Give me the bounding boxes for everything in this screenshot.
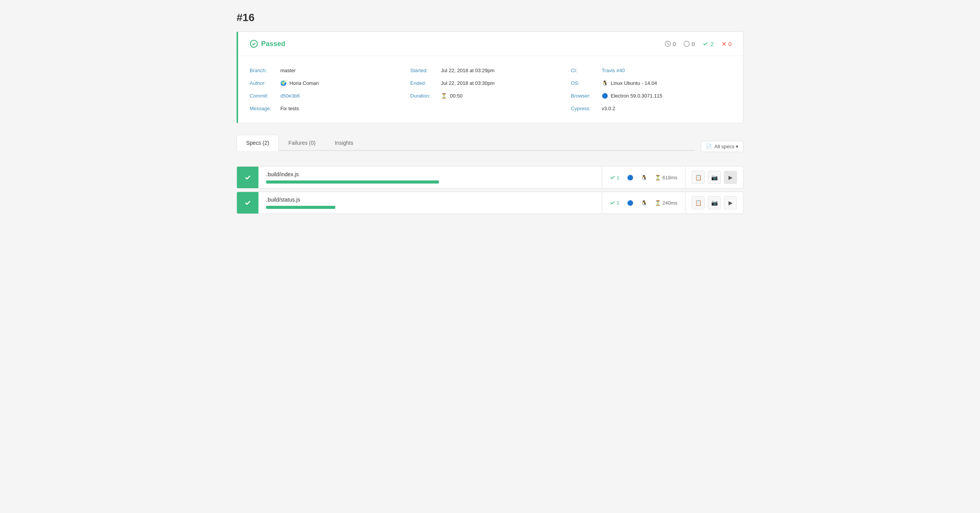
tab-specs[interactable]: Specs (2) xyxy=(237,135,279,151)
failed-count: 0 xyxy=(728,41,732,47)
ended-value: Jul 22, 2018 at 03:30pm xyxy=(441,80,495,86)
x-icon: ✕ xyxy=(722,40,727,48)
shield-icon-0: 🔵 xyxy=(627,175,633,180)
message-value: Fix tests xyxy=(280,106,299,111)
check-icon-1 xyxy=(244,199,252,207)
tab-insights[interactable]: Insights xyxy=(325,135,363,151)
info-right: CI: Travis #40 OS: 🐧 Linux Ubuntu - 14.0… xyxy=(571,68,732,111)
spec-screenshot-btn-0[interactable]: 📷 xyxy=(708,171,721,184)
browser-label: Browser: xyxy=(571,93,598,99)
ci-row: CI: Travis #40 xyxy=(571,68,732,73)
cypress-label: Cypress: xyxy=(571,106,598,111)
branch-label: Branch: xyxy=(250,68,276,73)
spec-doc-btn-1[interactable]: 📋 xyxy=(692,196,705,209)
info-left: Branch: master Author: 🌍 Horia Coman Com… xyxy=(250,68,410,111)
author-row: Author: 🌍 Horia Coman xyxy=(250,80,410,86)
spec-content-0: .build/index.js xyxy=(258,167,602,188)
svg-point-0 xyxy=(250,40,257,47)
file-icon: 📄 xyxy=(706,144,712,149)
duration-label: Duration: xyxy=(410,93,437,99)
shield-icon-1: 🔵 xyxy=(627,200,633,206)
os-row: OS: 🐧 Linux Ubuntu - 14.04 xyxy=(571,80,732,86)
spec-passed-count-1: 1 xyxy=(610,200,619,206)
spec-meta-0: 1 🔵 🐧 ⏳ 618ms xyxy=(602,175,685,180)
penguin-icon-1: 🐧 xyxy=(641,200,647,206)
spec-screenshot-btn-1[interactable]: 📷 xyxy=(708,196,721,209)
skipped-icon xyxy=(665,41,671,47)
check-icon-0 xyxy=(244,174,252,181)
spec-video-btn-0[interactable]: ▶ xyxy=(724,171,737,184)
spec-video-btn-1[interactable]: ▶ xyxy=(724,196,737,209)
commit-value[interactable]: d50e3b6 xyxy=(280,93,300,99)
spec-row-1: .build/status.js 1 🔵 🐧 ⏳ xyxy=(237,192,743,214)
pending-count: 0 xyxy=(692,41,695,47)
spec-bar-wrap-1 xyxy=(266,206,497,209)
author-value: 🌍 Horia Coman xyxy=(280,80,319,86)
spec-actions-0: 📋 📷 ▶ xyxy=(685,171,743,184)
branch-row: Branch: master xyxy=(250,68,410,73)
pass-icon-1 xyxy=(610,200,615,205)
spec-os-icon-1: 🐧 xyxy=(641,200,647,206)
penguin-icon-0: 🐧 xyxy=(641,175,647,180)
tabs-bar: Specs (2) Failures (0) Insights xyxy=(237,135,695,151)
spec-row-0: .build/index.js 1 🔵 🐧 ⏳ xyxy=(237,166,743,189)
spec-meta-1: 1 🔵 🐧 ⏳ 240ms xyxy=(602,200,685,206)
build-number: #16 xyxy=(237,12,743,24)
pass-icon xyxy=(702,41,709,47)
spec-duration-1: ⏳ 240ms xyxy=(655,200,677,206)
stat-passed: 2 xyxy=(702,41,713,47)
passed-count: 2 xyxy=(710,41,713,47)
svg-point-3 xyxy=(684,41,689,46)
spec-browser-icon-1: 🔵 xyxy=(627,200,633,206)
hourglass-icon-0: ⏳ xyxy=(655,175,661,180)
stats-row: 0 0 2 ✕ 0 xyxy=(665,40,732,48)
spec-duration-0: ⏳ 618ms xyxy=(655,175,677,180)
spec-check-0 xyxy=(237,167,258,188)
spec-duration-text-0: 618ms xyxy=(662,175,677,180)
spec-name-1: .build/status.js xyxy=(266,197,594,203)
all-specs-button[interactable]: 📄 All specs ▾ xyxy=(701,141,743,152)
passed-check-icon xyxy=(250,40,258,48)
ci-label: CI: xyxy=(571,68,598,73)
duration-text: 00:50 xyxy=(450,93,463,99)
tab-failures[interactable]: Failures (0) xyxy=(279,135,325,151)
started-value: Jul 22, 2018 at 03:29pm xyxy=(441,68,495,73)
stat-failed: ✕ 0 xyxy=(722,40,732,48)
spec-bar-0 xyxy=(266,180,439,184)
spec-passed-count-0: 1 xyxy=(610,175,619,180)
spec-os-icon-0: 🐧 xyxy=(641,175,647,180)
pass-icon-0 xyxy=(610,175,615,180)
specs-list: .build/index.js 1 🔵 🐧 ⏳ xyxy=(237,166,743,214)
browser-row: Browser: 🔵 Electron 59.0.3071.115 xyxy=(571,93,732,99)
os-value: 🐧 Linux Ubuntu - 14.04 xyxy=(602,80,657,86)
ended-label: Ended: xyxy=(410,80,437,86)
browser-value: 🔵 Electron 59.0.3071.115 xyxy=(602,93,662,99)
cypress-row: Cypress: v3.0.2 xyxy=(571,106,732,111)
spec-actions-1: 📋 📷 ▶ xyxy=(685,196,743,209)
spec-name-0: .build/index.js xyxy=(266,171,594,177)
duration-value: ⏳ 00:50 xyxy=(441,93,462,99)
spec-content-1: .build/status.js xyxy=(258,192,602,213)
passed-label: Passed xyxy=(261,40,285,48)
pending-icon xyxy=(684,41,690,47)
card-body: Branch: master Author: 🌍 Horia Coman Com… xyxy=(238,56,743,123)
spec-bar-wrap-0 xyxy=(266,180,497,184)
hourglass-icon: ⏳ xyxy=(441,93,447,99)
ended-row: Ended: Jul 22, 2018 at 03:30pm xyxy=(410,80,571,86)
skipped-count: 0 xyxy=(673,41,676,47)
ci-value[interactable]: Travis #40 xyxy=(602,68,625,73)
spec-duration-text-1: 240ms xyxy=(662,200,677,206)
card-header: Passed 0 0 2 ✕ 0 xyxy=(238,32,743,56)
spec-passed-num-1: 1 xyxy=(617,200,619,206)
author-name: Horia Coman xyxy=(290,80,319,86)
author-label: Author: xyxy=(250,80,276,86)
cypress-value: v3.0.2 xyxy=(602,106,615,111)
os-label: OS: xyxy=(571,80,598,86)
spec-browser-icon-0: 🔵 xyxy=(627,175,633,180)
status-card: Passed 0 0 2 ✕ 0 xyxy=(237,31,743,123)
commit-row: Commit: d50e3b6 xyxy=(250,93,410,99)
os-text: Linux Ubuntu - 14.04 xyxy=(611,80,657,86)
spec-doc-btn-0[interactable]: 📋 xyxy=(692,171,705,184)
info-middle: Started: Jul 22, 2018 at 03:29pm Ended: … xyxy=(410,68,571,111)
browser-text: Electron 59.0.3071.115 xyxy=(611,93,662,99)
